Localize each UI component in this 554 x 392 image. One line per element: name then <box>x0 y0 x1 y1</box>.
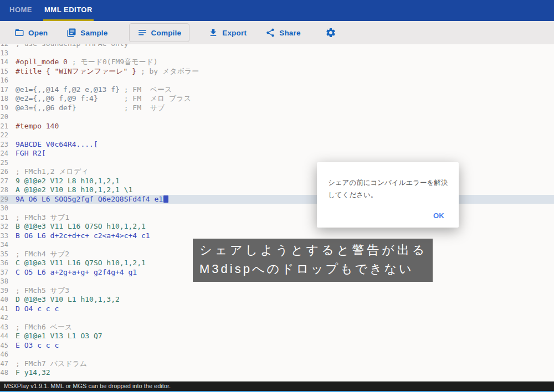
editor-line[interactable]: 28A @1@e2 V10 L8 h10,1,2,1 \1 <box>0 185 554 195</box>
dialog-ok-button[interactable]: OK <box>433 212 444 220</box>
code-text <box>16 204 554 213</box>
line-number: 17 <box>0 85 16 95</box>
editor-line[interactable]: 41D O4 c c c <box>0 305 554 314</box>
compile-button-label: Compile <box>151 29 182 37</box>
code-text <box>16 158 554 168</box>
line-number: 38 <box>0 277 16 286</box>
code-text: ; FMch3 サブ1 <box>16 213 554 223</box>
line-number: 32 <box>0 222 16 231</box>
editor-line[interactable]: 22 <box>0 131 554 140</box>
sample-button[interactable]: Sample <box>59 24 115 42</box>
settings-button[interactable] <box>320 23 342 42</box>
code-text: @e1={,,@14 f,@2 e,@13 f} ; FM ベース <box>16 85 554 95</box>
open-button[interactable]: Open <box>7 24 55 42</box>
editor-line[interactable]: 30 <box>0 204 554 213</box>
code-text: A @1@e2 V10 L8 h10,1,2,1 \1 <box>16 185 554 195</box>
code-text: ; use soundchip FMPAC only <box>16 44 554 49</box>
share-button-label: Share <box>279 29 301 37</box>
editor-line[interactable]: 40D @1@e3 V10 L1 h10,1,3,2 <box>0 295 554 305</box>
annotation-overlay: シェアしようとすると警告が出る M3dispへのドロップもできない <box>193 239 433 282</box>
editor-line[interactable]: 299A O6 L6 SOQ5g2fgf Q6e2Q8SFd4f4 e1 <box>0 195 554 204</box>
line-number: 43 <box>0 323 16 332</box>
export-button-label: Export <box>222 29 247 37</box>
sample-button-label: Sample <box>80 29 107 37</box>
line-number: 13 <box>0 49 16 58</box>
line-number: 41 <box>0 305 16 314</box>
line-number: 14 <box>0 58 16 67</box>
editor-line[interactable]: 25 <box>0 158 554 168</box>
code-text: @e3={,,@6 def} ; FM サブ <box>16 104 554 113</box>
editor-line[interactable]: 15#title { "WINファンファーレ" } ; by メタボラー <box>0 67 554 76</box>
annotation-line-2: M3dispへのドロップもできない <box>199 260 427 278</box>
code-text <box>16 76 554 85</box>
compile-button[interactable]: Compile <box>129 23 190 42</box>
line-number: 31 <box>0 213 16 223</box>
code-text <box>16 350 554 359</box>
library-icon <box>66 28 76 38</box>
editor-line[interactable]: 47; FMch7 バスドラム <box>0 359 554 369</box>
line-number: 45 <box>0 341 16 350</box>
editor-line[interactable]: 20 <box>0 112 554 122</box>
export-button[interactable]: Export <box>201 24 254 42</box>
editor-line[interactable]: 279 @1@e2 V12 L8 h10,1,2,1 <box>0 177 554 186</box>
line-number: 47 <box>0 359 16 369</box>
editor-line[interactable]: 17@e1={,,@14 f,@2 e,@13 f} ; FM ベース <box>0 85 554 95</box>
dialog-message: シェアの前にコンパイルエラーを解決してください。 <box>317 162 459 210</box>
code-text: E @1@e1 V13 L1 O3 Q7 <box>16 332 554 341</box>
code-text: E O3 c c c <box>16 341 554 350</box>
compile-error-dialog: シェアの前にコンパイルエラーを解決してください。 OK <box>317 162 459 228</box>
editor-line[interactable]: 26; FMch1,2 メロディ <box>0 167 554 177</box>
line-number: 37 <box>0 268 16 277</box>
editor-line[interactable]: 31; FMch3 サブ1 <box>0 213 554 223</box>
editor-line[interactable]: 12; use soundchip FMPAC only <box>0 44 554 49</box>
code-text: ; FMch5 サブ3 <box>16 286 554 296</box>
line-number: 20 <box>0 112 16 122</box>
code-text <box>16 131 554 140</box>
tab-home[interactable]: HOME <box>8 0 33 21</box>
tab-mml-editor[interactable]: MML EDITOR <box>43 0 94 21</box>
editor-line[interactable]: 43; FMch6 ベース <box>0 323 554 332</box>
editor-line[interactable]: 39; FMch5 サブ3 <box>0 286 554 296</box>
line-number: 28 <box>0 185 16 195</box>
editor-line[interactable]: 19@e3={,,@6 def} ; FM サブ <box>0 104 554 113</box>
editor-line[interactable]: 42 <box>0 313 554 323</box>
line-number: 25 <box>0 158 16 168</box>
status-text: MSXPlay v1.9.1. MML or MGS can be droppe… <box>4 383 171 389</box>
share-button[interactable]: Share <box>258 24 309 42</box>
line-number: 36 <box>0 259 16 268</box>
editor-line[interactable]: 46 <box>0 350 554 359</box>
line-number: 30 <box>0 204 16 213</box>
code-text: D O4 c c c <box>16 305 554 314</box>
editor-lines: 12; use soundchip FMPAC only1314#opll_mo… <box>0 44 554 378</box>
editor-line[interactable]: 48F y14,32 <box>0 368 554 378</box>
editor-line[interactable]: 13 <box>0 49 554 58</box>
editor-line[interactable]: 45E O3 c c c <box>0 341 554 350</box>
code-text: #title { "WINファンファーレ" } ; by メタボラー <box>16 67 554 76</box>
editor-line[interactable]: 14#opll_mode 0 ; モード0(FM9音モード) <box>0 58 554 67</box>
editor-line[interactable]: 16 <box>0 76 554 85</box>
line-number: 26 <box>0 167 16 177</box>
line-number: 44 <box>0 332 16 341</box>
editor-line[interactable]: 44E @1@e1 V13 L1 O3 Q7 <box>0 332 554 341</box>
line-number: 35 <box>0 250 16 259</box>
line-number: 21 <box>0 122 16 131</box>
editor-toolbar: Open Sample Compile Export Share <box>0 21 554 44</box>
line-number: 23 <box>0 140 16 149</box>
code-text: D @1@e3 V10 L1 h10,1,3,2 <box>16 295 554 305</box>
code-text: B @1@e3 V11 L16 Q7SO h10,1,2,1 <box>16 222 554 231</box>
editor-line[interactable]: 18@e2={,,@6 f,@9 f:4} ; FM メロ ブラス <box>0 94 554 104</box>
editor-line[interactable]: 21#tempo 140 <box>0 122 554 131</box>
list-icon <box>137 28 147 38</box>
code-text: #tempo 140 <box>16 122 554 131</box>
line-number: 34 <box>0 240 16 250</box>
code-text <box>16 112 554 122</box>
code-text: 9 @1@e2 V12 L8 h10,1,2,1 <box>16 177 554 186</box>
annotation-line-1: シェアしようとすると警告が出る <box>199 241 427 260</box>
line-number: 18 <box>0 94 16 104</box>
app-header: HOME MML EDITOR <box>0 0 554 21</box>
editor-line[interactable]: 32B @1@e3 V11 L16 Q7SO h10,1,2,1 <box>0 222 554 231</box>
editor-line[interactable]: 24FGH R2[ <box>0 149 554 158</box>
editor-line[interactable]: 239ABCDE V0c64R4....[ <box>0 140 554 149</box>
mml-code-editor[interactable]: 12; use soundchip FMPAC only1314#opll_mo… <box>0 44 554 381</box>
code-text: ; FMch1,2 メロディ <box>16 167 554 177</box>
